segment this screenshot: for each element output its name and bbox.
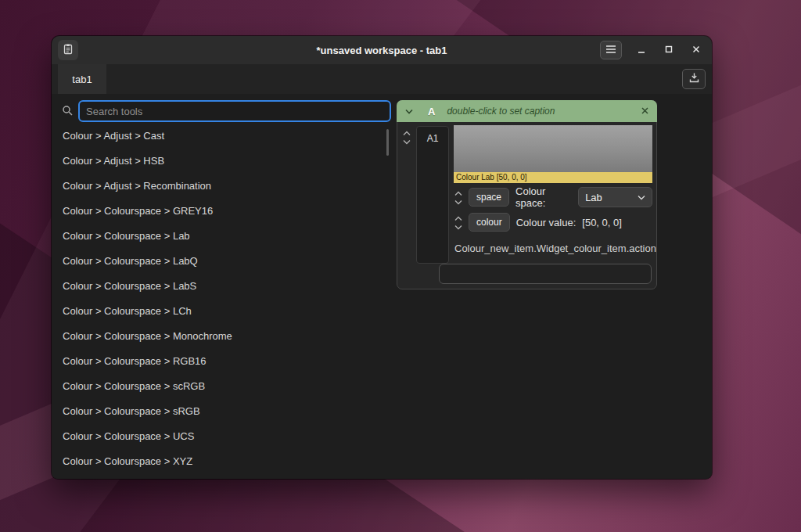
widget-header[interactable]: A double-click to set caption xyxy=(397,100,657,122)
row-name-column[interactable]: A1 xyxy=(416,126,449,264)
workspace-app-icon xyxy=(62,43,74,58)
action-path-text: Colour_new_item.Widget_colour_item.actio… xyxy=(454,243,656,254)
search-input[interactable] xyxy=(78,100,391,122)
titlebar[interactable]: *unsaved workspace - tab1 xyxy=(52,36,712,65)
minimize-button[interactable] xyxy=(634,42,649,58)
space-button[interactable]: space xyxy=(469,188,509,207)
tool-panel: Colour > Adjust > Cast Colour > Adjust >… xyxy=(52,94,393,479)
app-icon-button[interactable] xyxy=(58,40,78,60)
colour-widget-card: A double-click to set caption xyxy=(397,100,657,289)
tool-item[interactable]: Colour > Colourspace > sRGB xyxy=(52,399,393,424)
tool-item[interactable]: Colour > Adjust > Cast xyxy=(52,124,393,149)
close-icon xyxy=(641,106,649,117)
dropdown-value: Lab xyxy=(585,192,602,203)
tool-item[interactable]: Colour > Colourspace > LabQ xyxy=(52,249,393,274)
scrollbar-thumb[interactable] xyxy=(386,129,389,156)
image-thumbnail[interactable] xyxy=(454,125,652,172)
expand-down-button[interactable] xyxy=(454,199,463,205)
chevron-down-icon xyxy=(454,196,462,207)
chevron-down-icon xyxy=(454,221,462,232)
expand-down-button[interactable] xyxy=(454,224,463,230)
tool-list: Colour > Adjust > Cast Colour > Adjust >… xyxy=(52,124,393,474)
row-reorder-controls xyxy=(402,129,411,144)
image-caption-bar: Colour Lab [50, 0, 0] xyxy=(454,172,652,183)
tool-item[interactable]: Colour > Colourspace > RGB16 xyxy=(52,349,393,374)
titlebar-controls xyxy=(600,36,704,64)
hamburger-icon xyxy=(605,45,616,56)
chevron-down-icon xyxy=(638,195,645,200)
merge-workspace-icon xyxy=(688,72,700,86)
row-down-button[interactable] xyxy=(402,138,411,144)
maximize-button[interactable] xyxy=(661,42,677,58)
space-expand-controls xyxy=(454,190,463,205)
minimize-icon xyxy=(636,44,647,57)
tool-item[interactable]: Colour > Colourspace > LCh xyxy=(52,299,393,324)
chevron-down-icon xyxy=(404,106,414,117)
widget-close-button[interactable] xyxy=(641,106,649,117)
tool-item[interactable]: Colour > Colourspace > LabS xyxy=(52,274,393,299)
formula-entry[interactable] xyxy=(439,264,652,284)
caption-hint: double-click to set caption xyxy=(447,106,555,117)
colour-space-dropdown[interactable]: Lab xyxy=(578,187,652,207)
chevron-down-icon xyxy=(403,135,411,147)
close-icon xyxy=(691,44,702,57)
colour-space-label: Colour space: xyxy=(515,185,578,209)
tool-item[interactable]: Colour > Adjust > HSB xyxy=(52,149,393,174)
tab-tab1[interactable]: tab1 xyxy=(58,64,106,94)
search-row xyxy=(52,100,393,122)
tool-item[interactable]: Colour > Adjust > Recombination xyxy=(52,174,393,199)
colour-value-label: Colour value: xyxy=(516,217,577,228)
tool-item[interactable]: Colour > Colourspace > GREY16 xyxy=(52,199,393,224)
tool-item[interactable]: Colour > Colourspace > Monochrome xyxy=(52,324,393,349)
row-name-label[interactable]: A1 xyxy=(427,133,439,144)
colour-button[interactable]: colour xyxy=(469,213,510,232)
tab-bar: tab1 xyxy=(52,64,712,95)
merge-workspace-button[interactable] xyxy=(682,69,706,89)
widget-name-label: A xyxy=(428,106,435,117)
collapse-button[interactable] xyxy=(404,106,414,117)
tool-item[interactable]: Colour > Colourspace > scRGB xyxy=(52,374,393,399)
close-button[interactable] xyxy=(688,42,704,58)
tool-item[interactable]: Colour > Colourspace > XYZ xyxy=(52,449,393,474)
colour-expand-controls xyxy=(454,215,463,230)
tab-label: tab1 xyxy=(72,74,92,85)
menu-button[interactable] xyxy=(600,41,622,59)
search-icon xyxy=(62,105,74,120)
colour-value: [50, 0, 0] xyxy=(582,217,622,228)
desktop-background: *unsaved workspace - tab1 xyxy=(0,0,801,532)
app-window: *unsaved workspace - tab1 xyxy=(52,36,712,479)
tool-item[interactable]: Colour > Colourspace > Lab xyxy=(52,224,393,249)
colour-space-row: space Colour space: Lab xyxy=(454,187,652,207)
workspace-content: Colour > Adjust > Cast Colour > Adjust >… xyxy=(52,94,712,479)
colour-value-row: colour Colour value: [50, 0, 0] xyxy=(454,212,652,232)
maximize-icon xyxy=(663,44,674,57)
tool-item[interactable]: Colour > Colourspace > UCS xyxy=(52,424,393,449)
